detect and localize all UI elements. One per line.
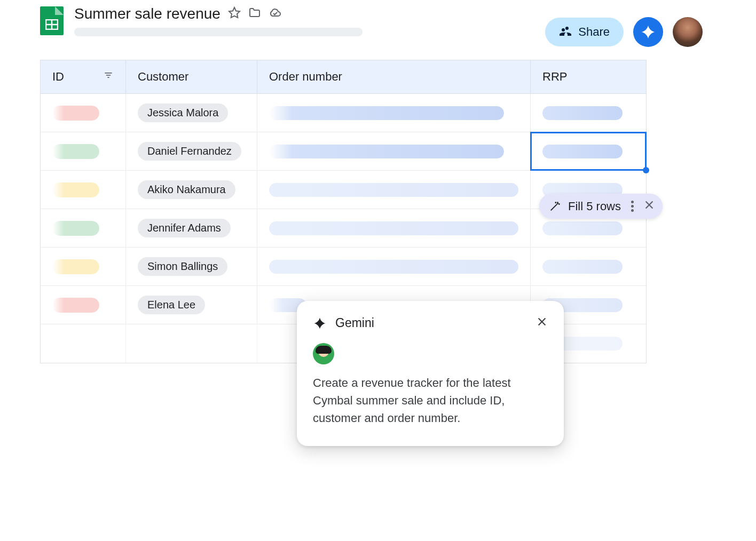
- star-icon[interactable]: [228, 6, 241, 22]
- table-header-row: ID Customer Order number RRP: [41, 60, 646, 94]
- cloud-status-icon[interactable]: [269, 6, 281, 22]
- value-bar: [269, 183, 518, 197]
- column-header-rrp[interactable]: RRP: [531, 60, 646, 93]
- gemini-button[interactable]: [633, 17, 663, 47]
- value-bar: [542, 221, 623, 235]
- svg-point-9: [555, 202, 556, 203]
- cell-customer[interactable]: Jennifer Adams: [126, 209, 257, 247]
- column-header-order[interactable]: Order number: [257, 60, 531, 93]
- close-icon[interactable]: [536, 316, 548, 330]
- cell-order[interactable]: [257, 248, 531, 285]
- magic-wand-icon: [549, 201, 561, 212]
- fill-suggestion-label: Fill 5 rows: [568, 200, 621, 213]
- cell-rrp[interactable]: [531, 94, 646, 132]
- gemini-prompt-text: Create a revenue tracker for the latest …: [313, 374, 548, 427]
- id-pill: [52, 106, 99, 121]
- column-header-customer[interactable]: Customer: [126, 60, 257, 93]
- share-button-label: Share: [578, 25, 610, 39]
- cell-rrp[interactable]: [531, 248, 646, 285]
- customer-chip: Elena Lee: [138, 296, 205, 314]
- svg-point-8: [559, 203, 560, 204]
- gemini-spark-icon: [313, 316, 327, 330]
- id-pill: [52, 259, 99, 274]
- fill-suggestion-chip[interactable]: Fill 5 rows: [539, 194, 663, 219]
- svg-marker-3: [229, 7, 240, 18]
- cell-id[interactable]: [41, 209, 126, 247]
- value-bar: [542, 106, 623, 120]
- column-header-label: Customer: [138, 70, 188, 84]
- cell-id[interactable]: [41, 324, 126, 363]
- cell-id[interactable]: [41, 248, 126, 285]
- customer-chip: Daniel Fernandez: [138, 142, 241, 161]
- value-bar: [542, 260, 623, 274]
- cell-order[interactable]: [257, 171, 531, 209]
- cell-customer[interactable]: Akiko Nakamura: [126, 171, 257, 209]
- gemini-user-avatar: [313, 343, 334, 364]
- cell-order[interactable]: [257, 94, 531, 132]
- svg-point-7: [557, 202, 558, 203]
- cell-id[interactable]: [41, 286, 126, 324]
- id-pill: [52, 144, 99, 159]
- column-header-label: RRP: [542, 70, 567, 84]
- document-title[interactable]: Summer sale revenue: [74, 5, 220, 22]
- id-pill: [52, 221, 99, 236]
- cell-order[interactable]: [257, 132, 531, 170]
- column-header-label: Order number: [269, 70, 342, 84]
- more-options-icon[interactable]: [628, 201, 636, 212]
- value-bar: [269, 145, 504, 158]
- id-pill: [52, 298, 99, 313]
- column-header-id[interactable]: ID: [41, 60, 126, 93]
- cell-order[interactable]: [257, 209, 531, 247]
- close-icon[interactable]: [643, 199, 655, 213]
- value-bar: [542, 145, 623, 158]
- cell-rrp-selected[interactable]: [531, 132, 646, 170]
- value-bar: [269, 106, 504, 120]
- table-row: Jessica Malora: [41, 94, 646, 132]
- value-bar: [269, 260, 518, 274]
- share-button[interactable]: Share: [545, 18, 624, 46]
- cell-customer[interactable]: Elena Lee: [126, 286, 257, 324]
- cell-id[interactable]: [41, 94, 126, 132]
- customer-chip: Jessica Malora: [138, 104, 228, 122]
- cell-id[interactable]: [41, 132, 126, 170]
- customer-chip: Akiko Nakamura: [138, 180, 235, 199]
- cell-id[interactable]: [41, 171, 126, 209]
- cell-customer[interactable]: [126, 324, 257, 363]
- menu-bar-placeholder: [74, 28, 363, 36]
- table-row: Daniel Fernandez: [41, 132, 646, 171]
- cell-customer[interactable]: Jessica Malora: [126, 94, 257, 132]
- value-bar: [269, 221, 518, 235]
- id-pill: [52, 182, 99, 197]
- gemini-title: Gemini: [335, 316, 374, 330]
- customer-chip: Jennifer Adams: [138, 219, 231, 237]
- move-folder-icon[interactable]: [248, 6, 261, 22]
- column-header-label: ID: [52, 70, 64, 84]
- filter-icon[interactable]: [103, 70, 114, 84]
- customer-chip: Simon Ballings: [138, 257, 227, 276]
- sheets-app-icon: [40, 6, 64, 35]
- gemini-panel: Gemini Create a revenue tracker for the …: [297, 301, 564, 446]
- table-row: Simon Ballings: [41, 248, 646, 286]
- account-avatar[interactable]: [673, 17, 703, 47]
- cell-customer[interactable]: Simon Ballings: [126, 248, 257, 285]
- cell-customer[interactable]: Daniel Fernandez: [126, 132, 257, 170]
